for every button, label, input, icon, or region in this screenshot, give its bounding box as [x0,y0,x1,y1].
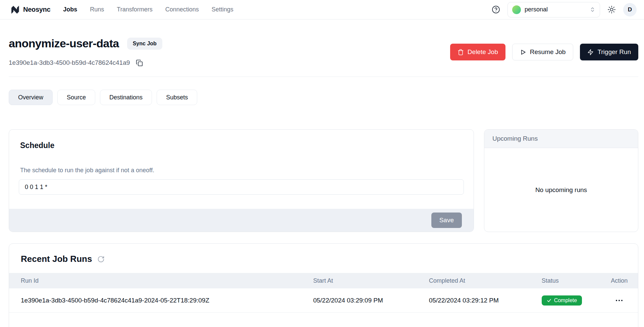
nav-item-jobs[interactable]: Jobs [63,6,77,13]
column-start-at: Start At [313,277,429,284]
refresh-icon[interactable] [97,255,105,263]
schedule-description: The schedule to run the job against if n… [20,167,463,174]
column-action: Action [611,277,628,284]
header-separator [9,77,638,77]
completed-at-cell: 05/22/2024 03:29:12 PM [429,297,542,304]
column-completed-at: Completed At [429,277,542,284]
delete-job-button[interactable]: Delete Job [450,44,505,60]
job-type-badge: Sync Job [127,38,162,50]
tab-destinations[interactable]: Destinations [100,90,152,105]
run-table-row[interactable]: 1e390e1a-3db3-4500-b59d-4c78624c41a9-202… [9,288,638,313]
upcoming-runs-empty-message: No upcoming runs [484,148,638,232]
tab-source[interactable]: Source [57,90,95,105]
help-icon[interactable] [492,5,500,14]
page-header: anonymize-user-data Sync Job 1e390e1a-3d… [9,37,638,66]
resume-job-button[interactable]: Resume Job [512,44,574,60]
neosync-logo[interactable]: Neosync [10,5,50,15]
schedule-card-footer: Save [9,209,474,232]
upcoming-runs-header: Upcoming Runs [484,130,638,148]
account-switcher[interactable]: personal [507,2,600,17]
recent-runs-title: Recent Job Runs [21,254,92,264]
column-status: Status [542,277,609,284]
chevrons-up-down-icon [590,7,595,12]
nav-item-runs[interactable]: Runs [90,6,104,13]
run-id-cell: 1e390e1a-3db3-4500-b59d-4c78624c41a9-202… [21,297,313,304]
copy-icon[interactable] [136,59,143,66]
schedule-title: Schedule [20,141,474,150]
job-tabs: Overview Source Destinations Subsets [9,90,638,105]
account-avatar [512,5,521,14]
tab-subsets[interactable]: Subsets [157,90,197,105]
schedule-card: Schedule The schedule to run the job aga… [9,129,474,232]
trash-icon [458,49,464,55]
brand-name: Neosync [23,6,50,13]
save-button[interactable]: Save [431,213,462,228]
account-name: personal [525,6,548,13]
check-icon [547,298,551,303]
page-title: anonymize-user-data [9,37,119,50]
runs-table-header: Run Id Start At Completed At Status Acti… [9,273,638,288]
zap-icon [587,49,594,55]
nav-item-settings[interactable]: Settings [212,6,233,13]
upcoming-runs-card: Upcoming Runs No upcoming runs [484,129,638,232]
nav-item-connections[interactable]: Connections [165,6,199,13]
status-badge: Complete [542,295,582,306]
cron-schedule-input[interactable] [19,179,464,195]
neosync-logo-icon [10,5,20,15]
top-navigation-bar: Neosync Jobs Runs Transformers Connectio… [0,0,644,19]
row-actions-menu-icon[interactable] [614,298,625,303]
job-id: 1e390e1a-3db3-4500-b59d-4c78624c41a9 [9,59,130,66]
main-nav: Jobs Runs Transformers Connections Setti… [63,6,233,13]
user-avatar[interactable]: D [623,3,637,16]
page-content: anonymize-user-data Sync Job 1e390e1a-3d… [0,37,644,327]
job-action-buttons: Delete Job Resume Job Trigger Run [450,44,638,60]
play-icon [520,49,526,55]
recent-job-runs-card: Recent Job Runs Run Id Start At Complete… [9,243,638,327]
nav-item-transformers[interactable]: Transformers [117,6,152,13]
theme-toggle-sun-icon[interactable] [607,5,616,14]
tab-overview[interactable]: Overview [9,90,53,105]
column-run-id: Run Id [21,277,313,284]
trigger-run-button[interactable]: Trigger Run [580,44,638,60]
start-at-cell: 05/22/2024 03:29:09 PM [313,297,429,304]
